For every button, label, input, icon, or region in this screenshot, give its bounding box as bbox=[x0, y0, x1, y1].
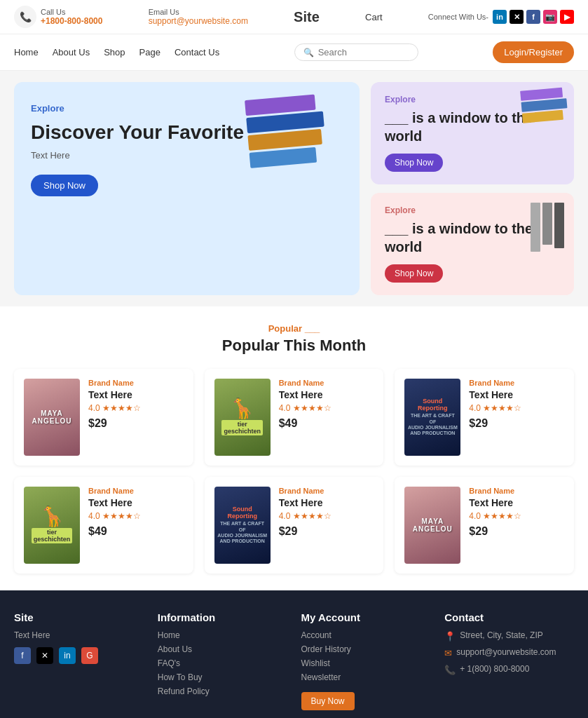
hero-main-card: Explore Discover Your Favorite ___ Text … bbox=[14, 82, 360, 295]
tier-label: tiergeschichten bbox=[221, 420, 263, 435]
call-info: 📞 Call Us +1800-800-8000 bbox=[14, 6, 102, 28]
x-icon[interactable]: ✕ bbox=[510, 10, 524, 24]
call-label: Call Us bbox=[41, 8, 102, 16]
footer-linkedin-icon[interactable]: in bbox=[59, 647, 76, 664]
product-stars-5: 4.0 ★★★★☆ bbox=[279, 511, 374, 521]
nav-home[interactable]: Home bbox=[14, 47, 39, 57]
hero-books-image bbox=[247, 96, 346, 208]
hero-shop-button[interactable]: Shop Now bbox=[31, 175, 98, 196]
footer-twitter-icon[interactable]: ✕ bbox=[36, 647, 53, 664]
login-register-button[interactable]: Login/Register bbox=[493, 41, 574, 63]
footer-socials: f ✕ in G bbox=[14, 647, 144, 664]
product-name-5: Text Here bbox=[279, 497, 374, 508]
footer-link-faq[interactable]: FAQ's bbox=[158, 658, 287, 668]
footer-site-title: Site bbox=[14, 611, 144, 623]
tier-label-2: tiergeschichten bbox=[32, 528, 73, 543]
product-image-6: MAYAANGELOU bbox=[404, 487, 460, 564]
cart-button[interactable]: Cart bbox=[365, 12, 383, 22]
search-bar[interactable]: 🔍 bbox=[294, 43, 418, 61]
product-name-2: Text Here bbox=[279, 389, 374, 400]
footer-contact-title: Contact bbox=[444, 611, 574, 623]
email-info: Email Us support@yourwebsite.com bbox=[149, 8, 248, 26]
footer-site-text: Text Here bbox=[14, 630, 144, 640]
youtube-icon[interactable]: ▶ bbox=[560, 10, 574, 24]
nav-links: Home About Us Shop Page Contact Us bbox=[14, 47, 219, 57]
nav-contact[interactable]: Contact Us bbox=[175, 47, 219, 57]
hero-card-purple: Explore ___ is a window to the world Sho… bbox=[371, 82, 574, 184]
product-price-4: $49 bbox=[88, 525, 184, 538]
giraffe-icon: 🦒 bbox=[230, 399, 254, 419]
footer-link-refund[interactable]: Refund Policy bbox=[158, 686, 287, 696]
product-info-4: Brand Name Text Here 4.0 ★★★★☆ $49 bbox=[88, 487, 184, 538]
footer-facebook-icon[interactable]: f bbox=[14, 647, 31, 664]
footer-info-title: Information bbox=[158, 611, 287, 623]
call-details: Call Us +1800-800-8000 bbox=[41, 8, 102, 26]
top-bar: 📞 Call Us +1800-800-8000 Email Us suppor… bbox=[0, 0, 588, 34]
search-input[interactable] bbox=[318, 47, 409, 57]
footer-link-newsletter[interactable]: Newsletter bbox=[301, 672, 431, 682]
product-card-6: MAYAANGELOU Brand Name Text Here 4.0 ★★★… bbox=[395, 477, 574, 574]
product-price-2: $49 bbox=[279, 417, 374, 430]
product-image-5: SoundReporting THE ART & CRAFT OFAUDIO J… bbox=[214, 487, 271, 564]
product-brand-2: Brand Name bbox=[279, 379, 374, 387]
footer-link-home[interactable]: Home bbox=[158, 630, 287, 640]
product-info-2: Brand Name Text Here 4.0 ★★★★☆ $49 bbox=[279, 379, 374, 430]
product-card-1: MAYAANGELOU Brand Name Text Here 4.0 ★★★… bbox=[14, 369, 193, 466]
product-image-2: 🦒 tiergeschichten bbox=[214, 379, 271, 456]
product-name-3: Text Here bbox=[469, 389, 564, 400]
footer-account-title: My Account bbox=[301, 611, 431, 623]
hero-card2-shop-button[interactable]: Shop Now bbox=[385, 264, 443, 283]
product-image-4: 🦒 tiergeschichten bbox=[24, 487, 80, 564]
social-icons: in ✕ f 📷 ▶ bbox=[493, 10, 574, 24]
instagram-icon[interactable]: 📷 bbox=[543, 10, 557, 24]
buy-now-button[interactable]: Buy Now bbox=[301, 692, 355, 710]
hero-card1-shop-button[interactable]: Shop Now bbox=[385, 154, 443, 172]
facebook-icon[interactable]: f bbox=[526, 10, 540, 24]
product-brand-4: Brand Name bbox=[88, 487, 184, 495]
product-card-5: SoundReporting THE ART & CRAFT OFAUDIO J… bbox=[205, 477, 384, 574]
product-price-3: $29 bbox=[469, 417, 564, 430]
footer-link-orders[interactable]: Order History bbox=[301, 644, 431, 654]
nav-about[interactable]: About Us bbox=[53, 47, 90, 57]
side-book-v3 bbox=[554, 203, 564, 248]
nav-bar: Home About Us Shop Page Contact Us 🔍 Log… bbox=[0, 34, 588, 71]
product-name-4: Text Here bbox=[88, 497, 184, 508]
footer-google-icon[interactable]: G bbox=[81, 647, 98, 664]
email-address[interactable]: support@yourwebsite.com bbox=[149, 16, 248, 26]
footer-contact-address: 📍 Street, City, State, ZIP bbox=[444, 630, 574, 642]
hero-section: Explore Discover Your Favorite ___ Text … bbox=[0, 71, 588, 306]
side-book-3 bbox=[522, 110, 563, 123]
product-info-1: Brand Name Text Here 4.0 ★★★★☆ $29 bbox=[88, 379, 184, 430]
side-book-v2 bbox=[542, 203, 552, 245]
location-icon: 📍 bbox=[444, 631, 456, 642]
footer-link-about[interactable]: About Us bbox=[158, 644, 287, 654]
product-image-1: MAYAANGELOU bbox=[24, 379, 80, 456]
footer-link-howtobuy[interactable]: How To Buy bbox=[158, 672, 287, 682]
product-stars-6: 4.0 ★★★★☆ bbox=[469, 511, 564, 521]
product-card-2: 🦒 tiergeschichten Brand Name Text Here 4… bbox=[205, 369, 384, 466]
footer-account-col: My Account Account Order History Wishlis… bbox=[301, 611, 431, 710]
product-image-3: SoundReporting THE ART & CRAFT OFAUDIO J… bbox=[404, 379, 460, 456]
linkedin-icon[interactable]: in bbox=[493, 10, 507, 24]
nav-page[interactable]: Page bbox=[139, 47, 160, 57]
product-price-6: $29 bbox=[469, 525, 564, 538]
popular-section: Popular ___ Popular This Month MAYAANGEL… bbox=[0, 306, 588, 590]
connect-section: Connect With Us- in ✕ f 📷 ▶ bbox=[428, 10, 574, 24]
nav-shop[interactable]: Shop bbox=[104, 47, 125, 57]
product-stars-4: 4.0 ★★★★☆ bbox=[88, 511, 184, 521]
footer-link-account[interactable]: Account bbox=[301, 630, 431, 640]
product-brand-1: Brand Name bbox=[88, 379, 184, 387]
email-label: Email Us bbox=[149, 8, 248, 16]
footer-site-col: Site Text Here f ✕ in G bbox=[14, 611, 144, 710]
book-cover-maya-2: MAYAANGELOU bbox=[404, 487, 460, 564]
product-price-1: $29 bbox=[88, 417, 184, 430]
product-price-5: $29 bbox=[279, 525, 374, 538]
footer-link-wishlist[interactable]: Wishlist bbox=[301, 658, 431, 668]
product-stars-1: 4.0 ★★★★☆ bbox=[88, 403, 184, 413]
product-stars-3: 4.0 ★★★★☆ bbox=[469, 403, 564, 413]
footer: Site Text Here f ✕ in G Information Home… bbox=[0, 590, 588, 718]
product-info-3: Brand Name Text Here 4.0 ★★★★☆ $29 bbox=[469, 379, 564, 430]
search-icon: 🔍 bbox=[303, 48, 314, 57]
product-name-1: Text Here bbox=[88, 389, 184, 400]
call-number[interactable]: +1800-800-8000 bbox=[41, 16, 102, 26]
